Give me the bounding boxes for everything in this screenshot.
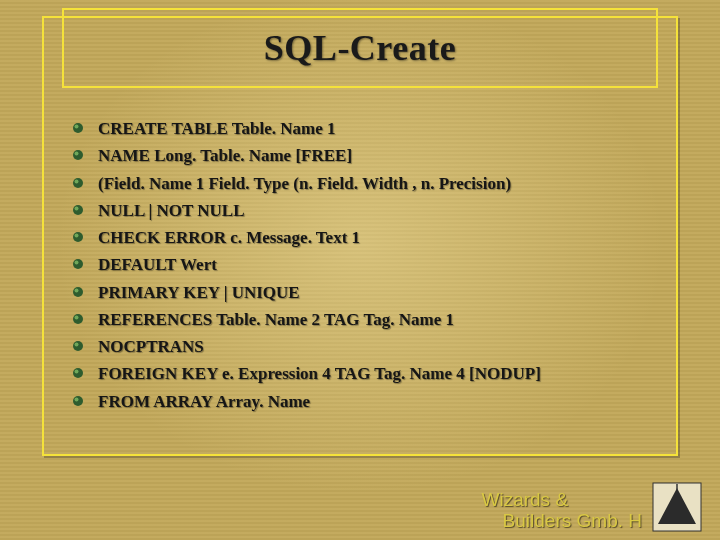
svg-point-20 (73, 396, 83, 406)
svg-point-21 (75, 397, 79, 401)
bullet-icon (72, 340, 84, 352)
svg-point-12 (73, 287, 83, 297)
bullet-list: CREATE TABLE Table. Name 1NAME Long. Tab… (72, 118, 652, 418)
slide-title: SQL-Create (264, 27, 456, 69)
bullet-icon (72, 149, 84, 161)
svg-point-17 (75, 343, 79, 347)
list-item: (Field. Name 1 Field. Type (n. Field. Wi… (72, 173, 652, 194)
bullet-icon (72, 258, 84, 270)
list-item-text: (Field. Name 1 Field. Type (n. Field. Wi… (98, 173, 511, 194)
title-box: SQL-Create (62, 8, 658, 88)
list-item: CREATE TABLE Table. Name 1 (72, 118, 652, 139)
list-item-text: REFERENCES Table. Name 2 TAG Tag. Name 1 (98, 309, 454, 330)
footer-text: Wizards & Builders Gmb. H (482, 490, 643, 532)
svg-point-10 (73, 259, 83, 269)
list-item-text: CHECK ERROR c. Message. Text 1 (98, 227, 360, 248)
svg-point-15 (75, 315, 79, 319)
bullet-icon (72, 177, 84, 189)
svg-point-16 (73, 341, 83, 351)
list-item: NAME Long. Table. Name [FREE] (72, 145, 652, 166)
list-item-text: DEFAULT Wert (98, 254, 217, 275)
list-item: DEFAULT Wert (72, 254, 652, 275)
svg-point-4 (73, 178, 83, 188)
list-item: NOCPTRANS (72, 336, 652, 357)
bullet-icon (72, 313, 84, 325)
logo-icon (652, 482, 702, 532)
list-item: CHECK ERROR c. Message. Text 1 (72, 227, 652, 248)
list-item: FROM ARRAY Array. Name (72, 391, 652, 412)
svg-point-3 (75, 152, 79, 156)
svg-point-9 (75, 234, 79, 238)
list-item-text: NAME Long. Table. Name [FREE] (98, 145, 352, 166)
svg-point-13 (75, 288, 79, 292)
bullet-icon (72, 367, 84, 379)
bullet-icon (72, 204, 84, 216)
list-item-text: CREATE TABLE Table. Name 1 (98, 118, 336, 139)
list-item: FOREIGN KEY e. Expression 4 TAG Tag. Nam… (72, 363, 652, 384)
footer: Wizards & Builders Gmb. H (482, 482, 703, 532)
list-item: REFERENCES Table. Name 2 TAG Tag. Name 1 (72, 309, 652, 330)
svg-point-14 (73, 314, 83, 324)
bullet-icon (72, 122, 84, 134)
svg-point-2 (73, 150, 83, 160)
bullet-icon (72, 286, 84, 298)
bullet-icon (72, 231, 84, 243)
list-item-text: FOREIGN KEY e. Expression 4 TAG Tag. Nam… (98, 363, 541, 384)
list-item-text: NOCPTRANS (98, 336, 204, 357)
list-item-text: PRIMARY KEY | UNIQUE (98, 282, 300, 303)
list-item: NULL | NOT NULL (72, 200, 652, 221)
list-item-text: FROM ARRAY Array. Name (98, 391, 310, 412)
bullet-icon (72, 395, 84, 407)
svg-point-19 (75, 370, 79, 374)
svg-point-5 (75, 179, 79, 183)
svg-point-18 (73, 368, 83, 378)
svg-point-6 (73, 205, 83, 215)
svg-point-8 (73, 232, 83, 242)
list-item-text: NULL | NOT NULL (98, 200, 245, 221)
svg-point-1 (75, 125, 79, 129)
svg-point-0 (73, 123, 83, 133)
svg-point-7 (75, 206, 79, 210)
svg-point-11 (75, 261, 79, 265)
list-item: PRIMARY KEY | UNIQUE (72, 282, 652, 303)
